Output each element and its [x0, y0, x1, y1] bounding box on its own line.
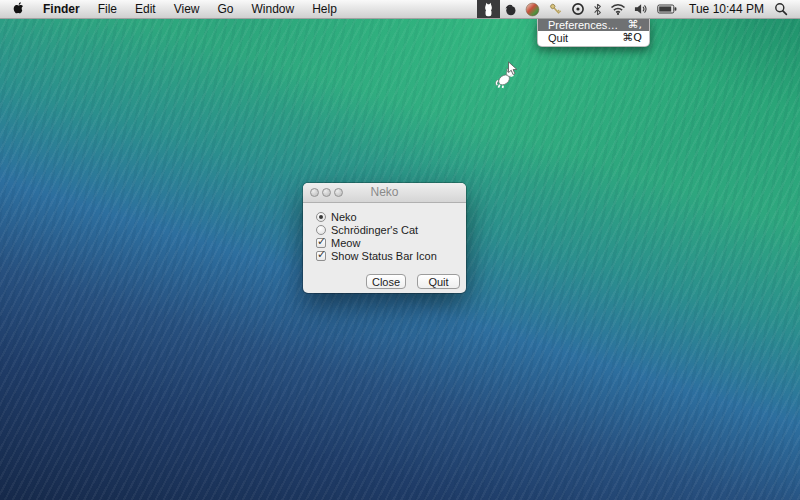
- color-sphere-status-item[interactable]: [521, 0, 544, 18]
- menu-item-quit[interactable]: Quit ⌘Q: [538, 31, 649, 44]
- neko-status-item[interactable]: [477, 0, 500, 18]
- menu-finder[interactable]: Finder: [34, 0, 89, 18]
- spotlight-status-item[interactable]: [770, 0, 792, 18]
- menu-view[interactable]: View: [165, 0, 209, 18]
- desktop[interactable]: Finder File Edit View Go Window Help: [0, 0, 800, 500]
- menu-window[interactable]: Window: [243, 0, 304, 18]
- radio-button-icon[interactable]: [316, 212, 326, 222]
- volume-status-item[interactable]: [630, 0, 653, 18]
- neko-status-menu: Preferences… ⌘, Quit ⌘Q: [537, 18, 650, 47]
- menu-edit[interactable]: Edit: [126, 0, 165, 18]
- target-app-status-item[interactable]: [567, 0, 589, 18]
- mouse-cursor: [507, 61, 518, 81]
- battery-icon: [657, 4, 677, 14]
- color-sphere-icon: [525, 2, 540, 17]
- wifi-icon: [610, 3, 626, 15]
- window-title: Neko: [303, 183, 466, 202]
- wifi-status-item[interactable]: [606, 0, 630, 18]
- menu-bar: Finder File Edit View Go Window Help: [0, 0, 800, 19]
- checkbox-icon[interactable]: [316, 251, 326, 261]
- key-app-status-item[interactable]: [544, 0, 567, 18]
- radio-button-icon[interactable]: [316, 225, 326, 235]
- menu-item-label: Quit: [548, 32, 614, 44]
- checkbox-icon[interactable]: [316, 238, 326, 248]
- menu-item-preferences[interactable]: Preferences… ⌘,: [538, 18, 649, 31]
- close-button[interactable]: Close: [366, 274, 406, 289]
- menu-item-shortcut: ⌘Q: [622, 31, 642, 44]
- status-area: Tue 10:44 PM: [477, 0, 800, 18]
- target-icon: [571, 2, 585, 16]
- swirl-icon: [504, 3, 517, 16]
- radio-schrodingers-cat[interactable]: Schrödinger's Cat: [316, 223, 418, 236]
- battery-status-item[interactable]: [653, 0, 681, 18]
- window-titlebar[interactable]: Neko: [303, 183, 466, 203]
- apple-menu[interactable]: [0, 0, 34, 18]
- radio-label: Neko: [331, 211, 357, 223]
- menu-file[interactable]: File: [89, 0, 126, 18]
- menubar-clock[interactable]: Tue 10:44 PM: [681, 2, 770, 16]
- menu-help[interactable]: Help: [303, 0, 346, 18]
- volume-icon: [634, 3, 649, 15]
- neko-cat-icon: [482, 2, 495, 17]
- menu-go[interactable]: Go: [209, 0, 243, 18]
- app-menus: Finder File Edit View Go Window Help: [0, 0, 346, 18]
- radio-neko[interactable]: Neko: [316, 210, 357, 223]
- quit-button[interactable]: Quit: [417, 274, 460, 289]
- bluetooth-status-item[interactable]: [589, 0, 606, 18]
- checkbox-label: Meow: [331, 237, 360, 249]
- key-icon: [548, 2, 563, 17]
- bluetooth-icon: [593, 3, 602, 16]
- neko-window: Neko Neko Schrödinger's Cat Meow Show St…: [303, 183, 466, 293]
- checkbox-show-status-bar-icon[interactable]: Show Status Bar Icon: [316, 249, 437, 262]
- menu-item-shortcut: ⌘,: [628, 18, 643, 31]
- spotlight-search-icon: [774, 2, 788, 16]
- radio-label: Schrödinger's Cat: [331, 224, 418, 236]
- swirl-app-status-item[interactable]: [500, 0, 521, 18]
- apple-logo-icon: [12, 1, 24, 18]
- menu-item-label: Preferences…: [548, 19, 620, 31]
- checkbox-label: Show Status Bar Icon: [331, 250, 437, 262]
